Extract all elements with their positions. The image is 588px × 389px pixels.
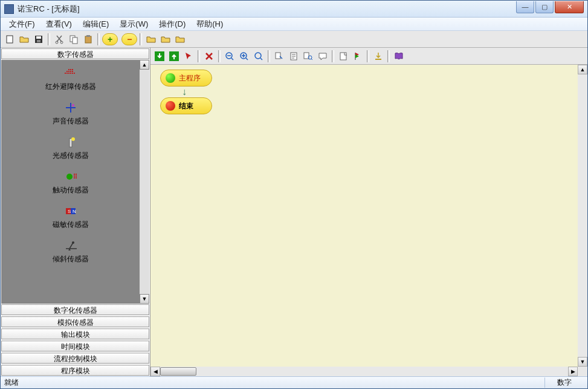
sensor-panel: 红外避障传感器 声音传感器 光感传感器 触动传感器	[1, 60, 149, 304]
zoom-in-button[interactable]	[237, 50, 251, 63]
svg-point-26	[66, 174, 73, 180]
sidebar-active-header[interactable]: 数字传感器	[1, 48, 149, 59]
folder2-button[interactable]	[159, 33, 172, 46]
scroll-thumb[interactable]	[160, 367, 196, 376]
run-up-button[interactable]	[167, 50, 181, 63]
sensor-list: 红外避障传感器 声音传感器 光感传感器 触动传感器	[1, 60, 140, 304]
menu-help[interactable]: 帮助(H)	[192, 18, 228, 31]
download-button[interactable]	[372, 50, 385, 63]
help-book-button[interactable]	[392, 50, 405, 63]
folder3-button[interactable]	[173, 33, 187, 46]
category-analog-sensor[interactable]: 模拟传感器	[1, 316, 149, 327]
category-digital-sensor[interactable]: 数字化传感器	[1, 304, 149, 315]
start-node[interactable]: 主程序	[160, 70, 212, 87]
folder1-button[interactable]	[144, 33, 158, 46]
flowchart-canvas[interactable]: 主程序 ↓ 结束	[150, 65, 578, 367]
sensor-sound[interactable]: 声音传感器	[53, 102, 89, 126]
remove-node-button[interactable]: −	[121, 33, 137, 45]
scroll-down-icon[interactable]: ▼	[578, 357, 587, 367]
scroll-track[interactable]	[140, 70, 149, 294]
note-button[interactable]	[337, 50, 350, 63]
svg-rect-13	[66, 71, 68, 72]
canvas-horizontal-scrollbar[interactable]: ◀ ▶	[150, 367, 578, 376]
end-node[interactable]: 结束	[160, 97, 212, 114]
new-file-button[interactable]	[3, 33, 16, 46]
separator	[48, 33, 50, 45]
menu-action[interactable]: 操作(D)	[154, 18, 190, 31]
separator	[140, 33, 142, 45]
svg-rect-3	[37, 40, 40, 42]
flow-arrow-icon: ↓	[182, 87, 187, 97]
svg-rect-12	[72, 69, 73, 70]
menu-view[interactable]: 查看(V)	[41, 18, 77, 31]
scroll-track[interactable]	[578, 74, 587, 357]
sensor-light[interactable]: 光感传感器	[53, 136, 89, 161]
cut-button[interactable]	[53, 33, 66, 46]
statusbar: 就绪 数字	[1, 376, 587, 388]
svg-rect-15	[70, 71, 71, 72]
scroll-left-icon[interactable]: ◀	[150, 367, 160, 376]
svg-rect-2	[36, 36, 41, 39]
category-flow-control[interactable]: 流程控制模块	[1, 353, 149, 364]
svg-point-25	[71, 137, 75, 141]
app-icon	[4, 4, 14, 14]
svg-rect-10	[68, 69, 69, 70]
touch-dot-icon	[65, 171, 77, 183]
svg-rect-20	[70, 73, 71, 74]
ir-grid-icon	[65, 67, 77, 79]
separator	[367, 50, 369, 62]
zoom-fit-button[interactable]	[252, 50, 265, 63]
svg-point-37	[72, 241, 74, 244]
scroll-up-icon[interactable]: ▲	[140, 60, 149, 70]
menubar: 文件(F) 查看(V) 编辑(E) 显示(W) 操作(D) 帮助(H)	[1, 18, 587, 31]
run-down-button[interactable]	[153, 50, 166, 63]
scroll-right-icon[interactable]: ▶	[568, 367, 578, 376]
category-output-module[interactable]: 输出模块	[1, 329, 149, 339]
close-button[interactable]: ✕	[555, 1, 584, 13]
comment-button[interactable]	[316, 50, 329, 63]
delete-button[interactable]	[202, 50, 216, 63]
sidebar-scrollbar[interactable]: ▲ ▼	[140, 60, 149, 304]
scroll-down-icon[interactable]: ▼	[140, 294, 149, 304]
svg-rect-31	[74, 177, 75, 178]
status-text: 就绪	[4, 378, 544, 388]
start-node-label: 主程序	[179, 73, 201, 83]
svg-rect-47	[340, 53, 346, 60]
open-file-button[interactable]	[18, 33, 31, 46]
maximize-button[interactable]: ▢	[535, 1, 554, 13]
sensor-magnetic[interactable]: SN 磁敏传感器	[53, 205, 89, 230]
menu-edit[interactable]: 编辑(E)	[78, 18, 114, 31]
svg-rect-27	[74, 174, 75, 175]
svg-rect-22	[74, 73, 75, 74]
canvas-vertical-scrollbar[interactable]: ▲ ▼	[578, 65, 587, 367]
sensor-touch[interactable]: 触动传感器	[53, 171, 89, 195]
flag-button[interactable]	[351, 50, 364, 63]
minimize-button[interactable]: —	[516, 1, 534, 13]
category-time-module[interactable]: 时间模块	[1, 341, 149, 351]
scroll-up-icon[interactable]: ▲	[578, 65, 587, 74]
svg-text:S: S	[68, 209, 71, 214]
svg-rect-32	[76, 177, 77, 178]
save-button[interactable]	[32, 33, 45, 46]
sensor-ir-obstacle[interactable]: 红外避障传感器	[45, 67, 96, 92]
content-area: 数字传感器 红外避障传感器 声音传感器 光感传感器	[1, 48, 587, 376]
paste-button[interactable]	[82, 33, 95, 46]
zoom-out-button[interactable]	[223, 50, 236, 63]
window-buttons: — ▢ ✕	[516, 1, 587, 13]
end-dot-icon	[166, 101, 175, 111]
svg-rect-19	[68, 73, 69, 74]
doc-button[interactable]	[287, 50, 300, 63]
pointer-button[interactable]	[182, 50, 195, 63]
menu-file[interactable]: 文件(F)	[4, 18, 40, 31]
add-node-button[interactable]: +	[102, 33, 118, 45]
status-mode: 数字	[544, 378, 584, 388]
doc-search-button[interactable]	[302, 50, 315, 63]
sensor-label: 倾斜传感器	[53, 254, 89, 264]
doc-link-button[interactable]	[273, 50, 286, 63]
scroll-track[interactable]	[160, 367, 568, 376]
category-program-module[interactable]: 程序模块	[1, 365, 149, 376]
titlebar[interactable]: 诺宝RC - [无标题] — ▢ ✕	[1, 1, 587, 18]
sensor-tilt[interactable]: 倾斜传感器	[53, 240, 89, 264]
menu-display[interactable]: 显示(W)	[115, 18, 153, 31]
copy-button[interactable]	[67, 33, 80, 46]
